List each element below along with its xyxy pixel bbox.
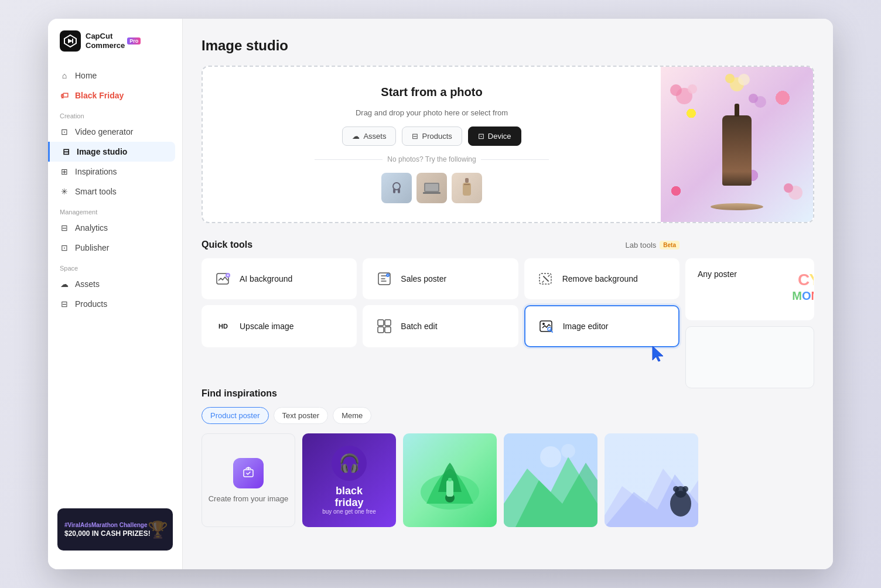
svg-point-39	[561, 444, 575, 458]
lab-tools-label: Lab tools Beta	[626, 241, 679, 249]
filter-tabs: Product poster Text poster Meme	[202, 407, 814, 424]
logo-icon	[60, 30, 81, 52]
products-btn-label: Products	[422, 132, 452, 141]
sidebar-item-inspirations[interactable]: ⊞ Inspirations	[48, 162, 182, 182]
bf-product: 🎧	[332, 446, 367, 481]
svg-point-11	[670, 84, 682, 96]
quick-tools-title: Quick tools	[202, 240, 252, 250]
remove-background-label: Remove background	[562, 274, 638, 283]
sidebar-item-analytics-label: Analytics	[75, 223, 108, 233]
sales-poster-icon	[375, 269, 394, 288]
lab-card-any-poster[interactable]: Any poster CY MON	[685, 258, 814, 320]
svg-point-31	[548, 327, 551, 331]
tool-sales-poster[interactable]: Sales poster	[363, 258, 518, 299]
assets-btn-label: Assets	[363, 132, 386, 141]
inspo-create-card[interactable]: Create from your image	[202, 433, 295, 527]
svg-rect-26	[385, 320, 391, 326]
device-btn-label: Device	[488, 132, 511, 141]
lab-tools-panel: Any poster CY MON	[685, 240, 814, 388]
create-label: Create from your image	[209, 494, 289, 503]
inspo-black-friday[interactable]: 🎧 blackfriday buy one get one free	[302, 433, 396, 527]
svg-point-43	[673, 486, 679, 492]
svg-point-12	[688, 84, 697, 94]
sidebar-item-analytics[interactable]: ⊟ Analytics	[48, 218, 182, 238]
sidebar-item-image-studio[interactable]: ⊟ Image studio	[48, 142, 175, 162]
black-friday-icon: 🏷	[60, 91, 69, 100]
tools-main: Quick tools Lab tools Beta	[202, 240, 679, 388]
upload-section: Start from a photo Drag and drop your ph…	[202, 66, 814, 223]
sample-photo-bottle[interactable]	[452, 173, 482, 203]
cursor-arrow	[650, 345, 667, 365]
sidebar-item-smart-tools[interactable]: ✳ Smart tools	[48, 182, 182, 201]
any-poster-label: Any poster	[698, 269, 737, 279]
inspo-mountain-card[interactable]	[504, 433, 597, 527]
assets-button[interactable]: ☁ Assets	[342, 127, 396, 146]
preview-bottle	[722, 115, 752, 186]
sidebar-item-smart-tools-label: Smart tools	[75, 187, 117, 196]
analytics-icon: ⊟	[60, 223, 69, 233]
image-editor-icon	[537, 317, 556, 336]
beta-badge: Beta	[660, 241, 679, 249]
image-studio-icon: ⊟	[62, 147, 71, 156]
page-title: Image studio	[202, 37, 814, 54]
promo-banner[interactable]: #ViralAdsMarathon Challenge $20,000 IN C…	[57, 508, 173, 551]
logo-brand: CapCutCommerce	[86, 32, 125, 50]
svg-point-14	[725, 74, 735, 83]
svg-rect-6	[423, 192, 440, 194]
svg-rect-9	[464, 184, 470, 185]
sample-photo-headphones[interactable]	[381, 173, 412, 203]
products-btn-icon: ⊟	[412, 132, 418, 141]
sidebar-item-products[interactable]: ⊟ Products	[48, 294, 182, 314]
sidebar-bottom: #ViralAdsMarathon Challenge $20,000 IN C…	[48, 501, 182, 558]
preview-image	[661, 67, 813, 222]
assets-icon: ☁	[60, 279, 69, 289]
sidebar-item-home[interactable]: ⌂ Home	[48, 66, 182, 86]
bf-sub: buy one get one free	[322, 508, 376, 515]
sample-photo-laptop[interactable]	[416, 173, 447, 203]
preview-plate	[711, 203, 763, 210]
filter-product-poster[interactable]: Product poster	[202, 407, 269, 424]
sidebar-item-publisher[interactable]: ⊡ Publisher	[48, 238, 182, 258]
tool-remove-background[interactable]: Remove background	[524, 258, 679, 299]
section-space: Space	[48, 258, 182, 274]
sidebar-item-home-label: Home	[75, 71, 97, 80]
tool-upscale-image[interactable]: HD Upscale image	[202, 305, 357, 347]
main-content: Image studio Start from a photo Drag and…	[183, 19, 833, 569]
svg-rect-27	[378, 327, 384, 333]
inspirations-header: Find inspirations	[202, 388, 814, 399]
sidebar: CapCutCommerce Pro ⌂ Home 🏷 Black Friday…	[48, 19, 183, 569]
sidebar-item-products-label: Products	[75, 299, 107, 309]
sidebar-item-assets-label: Assets	[75, 279, 100, 289]
device-button[interactable]: ⊡ Device	[468, 127, 521, 146]
svg-rect-5	[425, 184, 438, 191]
filter-text-poster[interactable]: Text poster	[274, 407, 329, 424]
tools-section: Quick tools Lab tools Beta	[202, 240, 814, 388]
svg-point-38	[540, 446, 561, 467]
device-btn-icon: ⊡	[478, 132, 484, 141]
upscale-image-label: Upscale image	[240, 322, 294, 331]
assets-btn-icon: ☁	[352, 132, 360, 141]
tool-ai-background[interactable]: AI background	[202, 258, 357, 299]
create-icon	[233, 458, 264, 488]
sidebar-item-assets[interactable]: ☁ Assets	[48, 274, 182, 294]
sidebar-item-image-studio-label: Image studio	[77, 147, 127, 156]
svg-rect-2	[393, 189, 395, 193]
upload-buttons: ☁ Assets ⊟ Products ⊡ Device	[342, 127, 521, 146]
remove-bg-icon	[537, 269, 555, 288]
bf-text: blackfriday	[322, 486, 376, 509]
tool-batch-edit[interactable]: Batch edit	[363, 305, 518, 347]
inspo-green-card[interactable]	[403, 433, 497, 527]
sidebar-item-black-friday[interactable]: 🏷 Black Friday	[48, 86, 182, 105]
products-button[interactable]: ⊟ Products	[402, 127, 462, 146]
batch-edit-icon	[375, 317, 394, 336]
filter-meme[interactable]: Meme	[333, 407, 371, 424]
upload-subtitle: Drag and drop your photo here or select …	[356, 108, 508, 117]
svg-rect-28	[385, 327, 391, 333]
sidebar-item-video-generator[interactable]: ⊡ Video generator	[48, 122, 182, 142]
sidebar-item-publisher-label: Publisher	[75, 243, 109, 252]
inspo-snow-card[interactable]	[605, 433, 698, 527]
sidebar-item-video-label: Video generator	[75, 127, 133, 136]
section-creation: Creation	[48, 105, 182, 122]
sidebar-item-black-friday-label: Black Friday	[75, 91, 124, 100]
tool-image-editor[interactable]: Image editor	[524, 305, 679, 347]
